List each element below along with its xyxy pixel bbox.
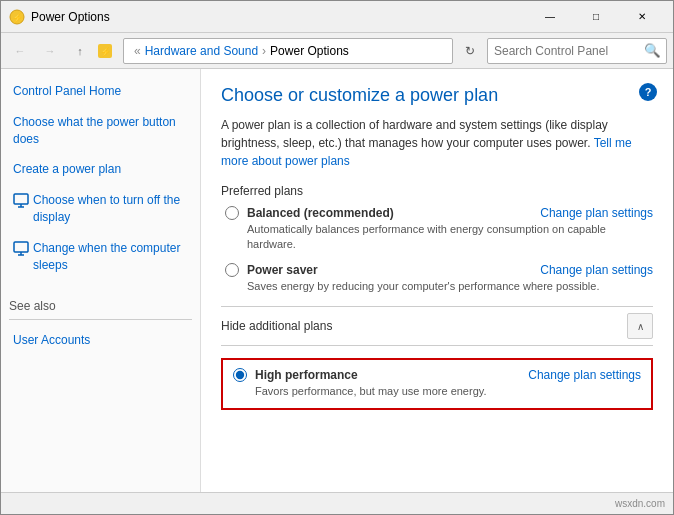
sidebar: Control Panel Home Choose what the power…: [1, 69, 201, 492]
svg-rect-4: [14, 194, 28, 204]
sidebar-item-turn-off-display-label: Choose when to turn off the display: [33, 192, 188, 226]
plan-powersaver-name: Power saver: [247, 263, 540, 277]
sidebar-item-power-button[interactable]: Choose what the power button does: [9, 112, 192, 150]
plan-powersaver-desc: Saves energy by reducing your computer's…: [247, 279, 653, 294]
plan-powersaver: Power saver Change plan settings Saves e…: [221, 263, 653, 294]
breadcrumb-current: Power Options: [270, 44, 349, 58]
plan-highperf-name: High performance: [255, 368, 528, 382]
title-bar: ⚡ Power Options — □ ✕: [1, 1, 673, 33]
sidebar-item-create-plan-label: Create a power plan: [13, 161, 121, 178]
plan-balanced-row: Balanced (recommended) Change plan setti…: [225, 206, 653, 220]
sidebar-item-home[interactable]: Control Panel Home: [9, 81, 192, 102]
power-options-window: ⚡ Power Options — □ ✕ ← → ↑ ⚡ « Hardware…: [0, 0, 674, 515]
status-bar: wsxdn.com: [1, 492, 673, 514]
plan-highperf-radio[interactable]: [233, 368, 247, 382]
sidebar-item-create-plan[interactable]: Create a power plan: [9, 159, 192, 180]
back-button[interactable]: ←: [7, 38, 33, 64]
monitor-icon: [13, 193, 29, 209]
collapsible-label: Hide additional plans: [221, 319, 332, 333]
minimize-button[interactable]: —: [527, 1, 573, 33]
sidebar-item-computer-sleeps[interactable]: Change when the computer sleeps: [9, 238, 192, 276]
plan-highperf-desc: Favors performance, but may use more ene…: [255, 384, 641, 399]
preferred-plans-label: Preferred plans: [221, 184, 653, 198]
sidebar-item-power-button-label: Choose what the power button does: [13, 114, 188, 148]
forward-button[interactable]: →: [37, 38, 63, 64]
close-button[interactable]: ✕: [619, 1, 665, 33]
help-button[interactable]: ?: [639, 83, 657, 101]
plan-balanced-change[interactable]: Change plan settings: [540, 206, 653, 220]
address-bar: ← → ↑ ⚡ « Hardware and Sound › Power Opt…: [1, 33, 673, 69]
breadcrumb-sep1: «: [134, 44, 141, 58]
breadcrumb-icon: ⚡: [97, 43, 113, 59]
maximize-button[interactable]: □: [573, 1, 619, 33]
content-description: A power plan is a collection of hardware…: [221, 116, 653, 170]
svg-text:⚡: ⚡: [100, 46, 112, 58]
refresh-button[interactable]: ↻: [457, 38, 483, 64]
plan-balanced: Balanced (recommended) Change plan setti…: [221, 206, 653, 253]
collapse-button[interactable]: ∧: [627, 313, 653, 339]
search-input[interactable]: [494, 44, 644, 58]
window-title: Power Options: [31, 10, 527, 24]
search-button[interactable]: 🔍: [644, 41, 661, 61]
sidebar-item-computer-sleeps-label: Change when the computer sleeps: [33, 240, 188, 274]
svg-rect-7: [14, 242, 28, 252]
sidebar-item-user-accounts[interactable]: User Accounts: [9, 330, 192, 351]
see-also-label: See also: [9, 299, 192, 313]
window-icon: ⚡: [9, 9, 25, 25]
plan-powersaver-row: Power saver Change plan settings: [225, 263, 653, 277]
up-button[interactable]: ↑: [67, 38, 93, 64]
plan-highperf-box: High performance Change plan settings Fa…: [221, 358, 653, 409]
sidebar-divider: [9, 319, 192, 320]
content-area: ? Choose or customize a power plan A pow…: [201, 69, 673, 492]
svg-text:⚡: ⚡: [12, 12, 24, 24]
watermark: wsxdn.com: [615, 498, 665, 509]
plan-powersaver-change[interactable]: Change plan settings: [540, 263, 653, 277]
sidebar-item-home-label: Control Panel Home: [13, 83, 121, 100]
plan-highperf-change[interactable]: Change plan settings: [528, 368, 641, 382]
page-title: Choose or customize a power plan: [221, 85, 653, 106]
description-text: A power plan is a collection of hardware…: [221, 118, 608, 150]
plan-highperf-row: High performance Change plan settings: [233, 368, 641, 382]
sleep-icon: [13, 241, 29, 257]
plan-powersaver-radio[interactable]: [225, 263, 239, 277]
additional-plans-section: Hide additional plans ∧: [221, 306, 653, 346]
search-box[interactable]: 🔍: [487, 38, 667, 64]
window-controls: — □ ✕: [527, 1, 665, 33]
main-layout: Control Panel Home Choose what the power…: [1, 69, 673, 492]
breadcrumb-hardware[interactable]: Hardware and Sound: [145, 44, 258, 58]
plan-balanced-desc: Automatically balances performance with …: [247, 222, 653, 253]
breadcrumb-arrow: ›: [262, 44, 266, 58]
breadcrumb: « Hardware and Sound › Power Options: [123, 38, 453, 64]
plan-balanced-name: Balanced (recommended): [247, 206, 540, 220]
sidebar-item-user-accounts-label: User Accounts: [13, 332, 90, 349]
plan-balanced-radio[interactable]: [225, 206, 239, 220]
sidebar-item-turn-off-display[interactable]: Choose when to turn off the display: [9, 190, 192, 228]
